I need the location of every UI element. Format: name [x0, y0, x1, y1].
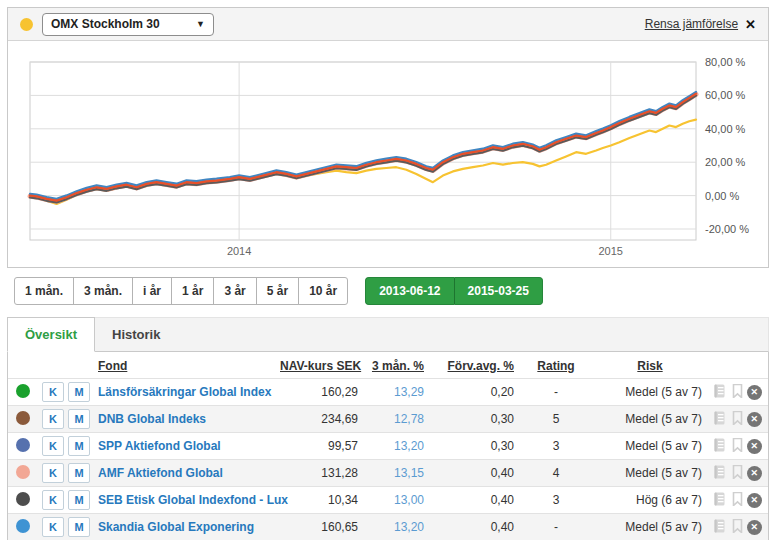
fund-table-panel: Fond NAV-kurs SEK 3 mån. % Förv.avg. % R…: [7, 352, 769, 540]
header-icons-spacer: [706, 352, 768, 379]
nav-value: 99,57: [276, 433, 362, 460]
fund-name-link[interactable]: Länsförsäkringar Global Index: [98, 385, 271, 399]
period-button-3-mån-[interactable]: 3 mån.: [73, 277, 133, 305]
remove-fund-icon[interactable]: ✕: [747, 439, 762, 454]
remove-fund-icon[interactable]: ✕: [747, 385, 762, 400]
nav-value: 160,29: [276, 379, 362, 406]
range-end-button[interactable]: 2015-03-25: [455, 277, 543, 305]
three-month-return-link[interactable]: 13,00: [394, 493, 424, 507]
svg-text:2014: 2014: [227, 245, 251, 257]
buy-button[interactable]: K: [42, 382, 64, 402]
header-dot-spacer: [8, 352, 38, 379]
header-nav-kurs[interactable]: NAV-kurs SEK: [276, 352, 362, 379]
chart-header-strip: OMX Stockholm 30 ▼ Rensa jämförelse ✕: [8, 8, 768, 41]
monthly-savings-button[interactable]: M: [68, 490, 90, 510]
table-row: K M SPP Aktiefond Global 99,57 13,20 0,3…: [8, 433, 768, 460]
three-month-return-link[interactable]: 13,15: [394, 466, 424, 480]
svg-text:80,00 %: 80,00 %: [705, 56, 746, 68]
performance-chart-svg: 80,00 %60,00 %40,00 %20,00 %0,00 %-20,00…: [8, 41, 768, 267]
benchmark-select[interactable]: OMX Stockholm 30 ▼: [42, 13, 214, 36]
date-range-group: 2013-06-12 2015-03-25: [365, 277, 543, 305]
table-row: K M AMF Aktiefond Global 131,28 13,15 0,…: [8, 460, 768, 487]
rating-value: -: [518, 514, 594, 540]
benchmark-color-dot: [20, 18, 33, 31]
header-risk[interactable]: Risk: [594, 352, 706, 379]
bookmark-icon: [732, 384, 743, 401]
buy-button[interactable]: K: [42, 463, 64, 483]
header-rating[interactable]: Rating: [518, 352, 594, 379]
fund-name-link[interactable]: SPP Aktiefond Global: [98, 439, 221, 453]
svg-text:-20,00 %: -20,00 %: [705, 223, 749, 235]
three-month-return-link[interactable]: 13,20: [394, 520, 424, 534]
risk-value: Medel (5 av 7): [594, 406, 706, 433]
fund-color-dot: [16, 411, 30, 425]
table-header-row: Fond NAV-kurs SEK 3 mån. % Förv.avg. % R…: [8, 352, 768, 379]
range-start-button[interactable]: 2013-06-12: [365, 277, 454, 305]
benchmark-select-value: OMX Stockholm 30: [51, 17, 160, 31]
fund-table: Fond NAV-kurs SEK 3 mån. % Förv.avg. % R…: [8, 352, 768, 540]
monthly-savings-button[interactable]: M: [68, 382, 90, 402]
table-row: K M SEB Etisk Global Indexfond - Lux 10,…: [8, 487, 768, 514]
management-fee-value: 0,40: [428, 460, 518, 487]
fund-name-link[interactable]: DNB Global Indeks: [98, 412, 206, 426]
period-button-1-mån-[interactable]: 1 mån.: [14, 277, 74, 305]
remove-fund-icon[interactable]: ✕: [747, 466, 762, 481]
management-fee-value: 0,20: [428, 379, 518, 406]
monthly-savings-button[interactable]: M: [68, 436, 90, 456]
nav-value: 10,34: [276, 487, 362, 514]
fund-name-link[interactable]: SEB Etisk Global Indexfond - Lux: [98, 493, 288, 507]
table-row: K M Länsförsäkringar Global Index 160,29…: [8, 379, 768, 406]
notebook-icon: [713, 519, 726, 536]
notebook-icon: [713, 492, 726, 509]
buy-button[interactable]: K: [42, 490, 64, 510]
risk-value: Hög (6 av 7): [594, 487, 706, 514]
nav-value: 234,69: [276, 406, 362, 433]
header-forv-avg[interactable]: Förv.avg. %: [428, 352, 518, 379]
header-3-man[interactable]: 3 mån. %: [362, 352, 428, 379]
monthly-savings-button[interactable]: M: [68, 517, 90, 537]
tab-historik[interactable]: Historik: [95, 318, 177, 351]
rating-value: -: [518, 379, 594, 406]
nav-value: 160,65: [276, 514, 362, 540]
three-month-return-link[interactable]: 13,29: [394, 385, 424, 399]
svg-text:2015: 2015: [599, 245, 623, 257]
period-button-1-år[interactable]: 1 år: [171, 277, 214, 305]
monthly-savings-button[interactable]: M: [68, 463, 90, 483]
period-button-5-år[interactable]: 5 år: [256, 277, 299, 305]
period-button-3-år[interactable]: 3 år: [213, 277, 256, 305]
remove-fund-icon[interactable]: ✕: [747, 412, 762, 427]
period-button-i-år[interactable]: i år: [132, 277, 172, 305]
clear-comparison-link[interactable]: Rensa jämförelse: [645, 17, 738, 31]
management-fee-value: 0,30: [428, 433, 518, 460]
bookmark-icon: [732, 438, 743, 455]
monthly-savings-button[interactable]: M: [68, 409, 90, 429]
fund-color-dot: [16, 438, 30, 452]
risk-value: Medel (5 av 7): [594, 379, 706, 406]
buy-button[interactable]: K: [42, 436, 64, 456]
rating-value: 5: [518, 406, 594, 433]
close-icon[interactable]: ✕: [745, 17, 756, 32]
buy-button[interactable]: K: [42, 409, 64, 429]
bookmark-icon: [732, 519, 743, 536]
management-fee-value: 0,30: [428, 406, 518, 433]
header-fond[interactable]: Fond: [94, 352, 276, 379]
period-button-10-år[interactable]: 10 år: [298, 277, 348, 305]
fund-name-link[interactable]: Skandia Global Exponering: [98, 520, 254, 534]
header-k-spacer: [38, 352, 64, 379]
svg-text:0,00 %: 0,00 %: [705, 190, 739, 202]
dropdown-arrow-icon: ▼: [196, 19, 205, 29]
nav-value: 131,28: [276, 460, 362, 487]
table-row: K M Skandia Global Exponering 160,65 13,…: [8, 514, 768, 540]
three-month-return-link[interactable]: 12,78: [394, 412, 424, 426]
three-month-return-link[interactable]: 13,20: [394, 439, 424, 453]
remove-fund-icon[interactable]: ✕: [747, 520, 762, 535]
chart-panel: OMX Stockholm 30 ▼ Rensa jämförelse ✕ 80…: [7, 7, 769, 268]
fund-color-dot: [16, 492, 30, 506]
notebook-icon: [713, 438, 726, 455]
risk-value: Medel (5 av 7): [594, 514, 706, 540]
remove-fund-icon[interactable]: ✕: [747, 493, 762, 508]
tab-oversikt[interactable]: Översikt: [7, 317, 95, 352]
fund-color-dot: [16, 465, 30, 479]
buy-button[interactable]: K: [42, 517, 64, 537]
fund-name-link[interactable]: AMF Aktiefond Global: [98, 466, 223, 480]
